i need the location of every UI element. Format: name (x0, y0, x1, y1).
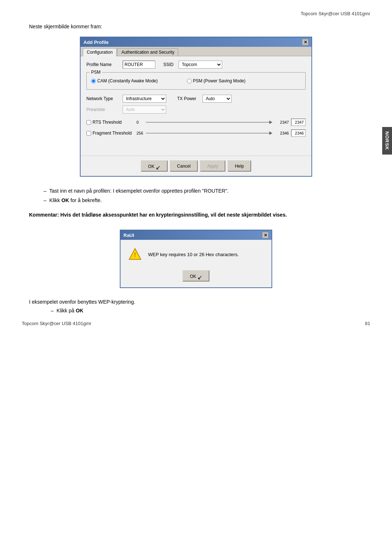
raui-body: ! WEP key requires 10 or 26 Hex characte… (121, 240, 271, 267)
rts-threshold-label[interactable]: RTS Threshold (86, 120, 134, 125)
raui-title: RaUI (123, 233, 134, 238)
fragment-threshold-row: Fragment Threshold 256 2346 (86, 130, 306, 137)
header-title: Topcom Skyr@cer USB 4101gmr (301, 11, 370, 16)
raui-dialog: RaUI ✕ ! WEP key requires 10 or 26 Hex c… (120, 230, 272, 288)
rts-min: 0 (136, 120, 144, 124)
network-type-row: Network Type Infrastructure TX Power Aut… (86, 95, 306, 103)
fragment-checkbox[interactable] (86, 131, 91, 136)
fragment-slider-track (146, 130, 272, 136)
preamble-select[interactable]: Auto (123, 106, 166, 114)
page-header: Topcom Skyr@cer USB 4101gmr (22, 11, 370, 16)
norsk-sidebar: NORSK (382, 127, 392, 155)
tx-power-select[interactable]: Auto (203, 95, 232, 103)
bottom-dash: – (51, 308, 54, 313)
dialog-titlebar: Add Profile ✕ (81, 37, 311, 47)
psm-group: PSM CAM (Constantly Awake Mode) PSM (Pow… (86, 72, 306, 90)
svg-text:!: ! (134, 251, 136, 259)
profile-name-label: Profile Name (86, 62, 119, 67)
spacer (86, 140, 306, 151)
cam-radio[interactable] (91, 79, 96, 83)
rts-slider-container: 0 2347 (136, 119, 306, 126)
bullet-dash-2: – (44, 197, 46, 204)
raui-ok-button[interactable]: OK ↙ (183, 270, 209, 282)
rts-max: 2347 (274, 120, 289, 124)
dialog-tabs: Configuration Authentication and Securit… (81, 47, 311, 56)
profile-ssid-row: Profile Name SSID Topcom (86, 61, 306, 69)
raui-cursor: ↙ (197, 274, 202, 281)
fragment-threshold-label[interactable]: Fragment Threshold (86, 131, 134, 136)
ssid-select[interactable]: Topcom (179, 61, 222, 69)
psm-radio[interactable] (187, 79, 192, 83)
preamble-label: Preamble (86, 107, 119, 112)
bottom-bullet: – Klikk på OK (51, 308, 370, 313)
bullet-dash-1: – (44, 188, 46, 195)
bullet-item-2: – Klikk OK for å bekrefte. (44, 197, 370, 204)
ssid-label: SSID (159, 62, 173, 67)
footer-right: 81 (365, 321, 370, 326)
page-footer: Topcom Skyr@cer USB 4101gmr 81 (22, 321, 370, 326)
footer-left: Topcom Skyr@cer USB 4101gmr (22, 321, 91, 326)
dialog-content: Profile Name SSID Topcom PSM CAM (Consta… (81, 56, 311, 156)
profile-name-input[interactable] (123, 61, 155, 69)
tab-configuration[interactable]: Configuration (83, 48, 117, 56)
bottom-text: I eksempelet ovenfor benyttes WEP-krypte… (29, 299, 370, 305)
bottom-bullet-text: Klikk på OK (57, 308, 83, 313)
intro-text: Neste skjermbilde kommer fram: (29, 24, 370, 29)
psm-option[interactable]: PSM (Power Saving Mode) (187, 78, 246, 83)
raui-footer: OK ↙ (121, 267, 271, 287)
tab-authentication-security[interactable]: Authentication and Security (117, 48, 178, 56)
raui-close-button[interactable]: ✕ (262, 232, 269, 238)
tx-power-label: TX Power (177, 96, 199, 101)
bullet-text-2: Klikk OK for å bekrefte. (49, 197, 102, 204)
ok-cursor: ↙ (156, 164, 160, 171)
dialog-footer: OK ↙ Cancel Apply Help (81, 156, 311, 176)
raui-message: WEP key requires 10 or 26 Hex characters… (148, 252, 239, 257)
apply-button[interactable]: Apply (200, 160, 225, 172)
network-type-select[interactable]: Infrastructure (123, 95, 166, 103)
rts-value-input[interactable] (291, 119, 306, 126)
rts-checkbox[interactable] (86, 120, 91, 125)
dialog-close-button[interactable]: ✕ (302, 39, 309, 45)
rts-threshold-row: RTS Threshold 0 2347 (86, 119, 306, 126)
fragment-value-input[interactable] (291, 130, 306, 137)
cancel-button[interactable]: Cancel (170, 160, 198, 172)
cam-option[interactable]: CAM (Constantly Awake Mode) (91, 78, 158, 83)
preamble-row: Preamble Auto (86, 106, 306, 114)
bullet-text-1: Tast inn et navn på profilen: I eksempel… (49, 188, 229, 195)
add-profile-dialog-container: Add Profile ✕ Configuration Authenticati… (22, 37, 370, 177)
fragment-slider-container: 256 2346 (136, 130, 306, 137)
bullet-list: – Tast inn et navn på profilen: I eksemp… (44, 188, 370, 204)
help-button[interactable]: Help (228, 160, 251, 172)
raui-titlebar: RaUI ✕ (121, 230, 271, 240)
ok-button[interactable]: OK ↙ (141, 160, 168, 172)
bullet-item-1: – Tast inn et navn på profilen: I eksemp… (44, 188, 370, 195)
comment-block: Kommentar: Hvis det trådløse aksesspunkt… (29, 211, 370, 219)
psm-options: CAM (Constantly Awake Mode) PSM (Power S… (91, 75, 301, 86)
fragment-min: 256 (136, 131, 144, 135)
fragment-max: 2346 (274, 131, 289, 135)
dialog-title: Add Profile (83, 40, 109, 45)
network-type-label: Network Type (86, 96, 119, 101)
warning-icon: ! (128, 247, 142, 262)
raui-dialog-container: RaUI ✕ ! WEP key requires 10 or 26 Hex c… (22, 230, 370, 288)
add-profile-dialog: Add Profile ✕ Configuration Authenticati… (80, 37, 312, 177)
rts-slider-track (146, 119, 272, 125)
psm-legend: PSM (90, 70, 102, 75)
